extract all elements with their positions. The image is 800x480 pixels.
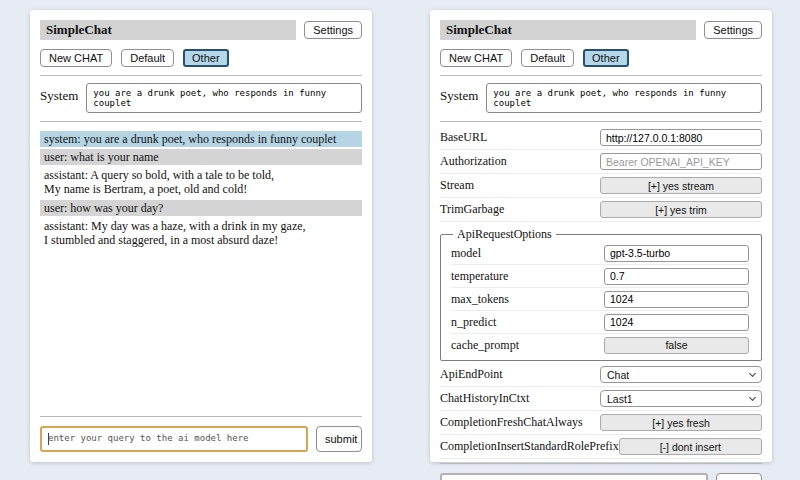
authorization-label: Authorization <box>440 154 507 169</box>
n-predict-input[interactable] <box>604 314 749 331</box>
cache-prompt-label: cache_prompt <box>451 338 519 353</box>
fresh-chat-toggle-button[interactable]: [+] yes fresh <box>600 414 762 431</box>
session-tab-other[interactable]: Other <box>583 49 629 67</box>
chat-history-select[interactable]: Last1 <box>600 390 762 407</box>
stream-label: Stream <box>440 178 474 193</box>
separator <box>40 75 362 76</box>
header: SimpleChat Settings <box>40 20 362 40</box>
model-input[interactable] <box>604 245 749 262</box>
n-predict-label: n_predict <box>451 315 496 330</box>
system-prompt-row: System you are a drunk poet, who respond… <box>40 80 362 117</box>
submit-button[interactable]: submit <box>716 473 762 480</box>
system-prompt-label: System <box>440 88 478 104</box>
chat-message: assistant: My day was a haze, with a dri… <box>40 218 362 248</box>
chevron-down-icon <box>749 370 756 377</box>
session-tab-other[interactable]: Other <box>183 49 229 67</box>
chat-message: system: you are a drunk poet, who respon… <box>40 131 362 147</box>
query-row: submit <box>440 473 762 480</box>
chat-history-selected-value: Last1 <box>607 393 633 405</box>
max-tokens-input[interactable] <box>604 291 749 308</box>
api-endpoint-select[interactable]: Chat <box>600 366 762 383</box>
setting-row-max-tokens: max_tokens <box>451 288 749 311</box>
system-prompt-input[interactable]: you are a drunk poet, who responds in fu… <box>86 83 362 113</box>
chat-message: user: what is your name <box>40 149 362 165</box>
separator <box>40 121 362 122</box>
setting-row-trimgarbage: TrimGarbage [+] yes trim <box>440 198 762 222</box>
empty-space <box>40 250 362 412</box>
system-prompt-row: System you are a drunk poet, who respond… <box>440 80 762 117</box>
chat-message: user: how was your day? <box>40 200 362 216</box>
setting-row-role-prefix: CompletionInsertStandardRolePrefix [-] d… <box>440 435 762 459</box>
max-tokens-label: max_tokens <box>451 292 509 307</box>
baseurl-label: BaseURL <box>440 130 487 145</box>
baseurl-input[interactable] <box>600 129 762 146</box>
chat-history-label: ChatHistoryInCtxt <box>440 391 529 406</box>
settings-button[interactable]: Settings <box>304 21 362 39</box>
role-prefix-label: CompletionInsertStandardRolePrefix <box>440 439 619 454</box>
chat-message-list: system: you are a drunk poet, who respon… <box>40 131 362 250</box>
trim-garbage-toggle-button[interactable]: [+] yes trim <box>600 201 762 218</box>
setting-row-api-endpoint: ApiEndPoint Chat <box>440 363 762 387</box>
session-tab-default[interactable]: Default <box>521 49 574 67</box>
submit-button[interactable]: submit <box>316 426 362 452</box>
new-chat-button[interactable]: New CHAT <box>440 49 512 67</box>
fresh-chat-label: CompletionFreshChatAlways <box>440 415 583 430</box>
query-row: submit <box>40 426 362 452</box>
setting-row-authorization: Authorization <box>440 150 762 174</box>
stream-toggle-button[interactable]: [+] yes stream <box>600 177 762 194</box>
temperature-label: temperature <box>451 269 508 284</box>
chevron-down-icon <box>749 394 756 401</box>
setting-row-chat-history: ChatHistoryInCtxt Last1 <box>440 387 762 411</box>
settings-button[interactable]: Settings <box>704 21 762 39</box>
api-request-options-legend: ApiRequestOptions <box>453 227 556 242</box>
separator <box>440 75 762 76</box>
authorization-input[interactable] <box>600 153 762 170</box>
separator <box>40 416 362 417</box>
separator <box>440 463 762 464</box>
api-request-options-group: ApiRequestOptions model temperature max_… <box>440 227 762 361</box>
settings-panel: SimpleChat Settings New CHAT Default Oth… <box>430 10 772 462</box>
header: SimpleChat Settings <box>440 20 762 40</box>
trim-garbage-label: TrimGarbage <box>440 202 504 217</box>
app-title: SimpleChat <box>40 20 296 40</box>
system-prompt-input[interactable]: you are a drunk poet, who responds in fu… <box>486 83 762 113</box>
setting-row-stream: Stream [+] yes stream <box>440 174 762 198</box>
setting-row-cache-prompt: cache_prompt false <box>451 334 749 356</box>
query-input[interactable] <box>40 426 308 452</box>
api-endpoint-selected-value: Chat <box>607 369 629 381</box>
setting-row-temperature: temperature <box>451 265 749 288</box>
temperature-input[interactable] <box>604 268 749 285</box>
chat-message: assistant: A query so bold, with a tale … <box>40 167 362 197</box>
setting-row-model: model <box>451 242 749 265</box>
session-toolbar: New CHAT Default Other <box>440 49 762 67</box>
separator <box>440 121 762 122</box>
text-caret <box>48 433 49 445</box>
role-prefix-toggle-button[interactable]: [-] dont insert <box>619 438 762 455</box>
app-title: SimpleChat <box>440 20 696 40</box>
session-tab-default[interactable]: Default <box>121 49 174 67</box>
cache-prompt-toggle-button[interactable]: false <box>604 337 749 354</box>
query-input[interactable] <box>440 473 708 480</box>
setting-row-n-predict: n_predict <box>451 311 749 334</box>
chat-panel: SimpleChat Settings New CHAT Default Oth… <box>30 10 372 462</box>
session-toolbar: New CHAT Default Other <box>40 49 362 67</box>
new-chat-button[interactable]: New CHAT <box>40 49 112 67</box>
model-label: model <box>451 246 481 261</box>
setting-row-fresh-chat: CompletionFreshChatAlways [+] yes fresh <box>440 411 762 435</box>
api-endpoint-label: ApiEndPoint <box>440 367 503 382</box>
system-prompt-label: System <box>40 88 78 104</box>
setting-row-baseurl: BaseURL <box>440 126 762 150</box>
